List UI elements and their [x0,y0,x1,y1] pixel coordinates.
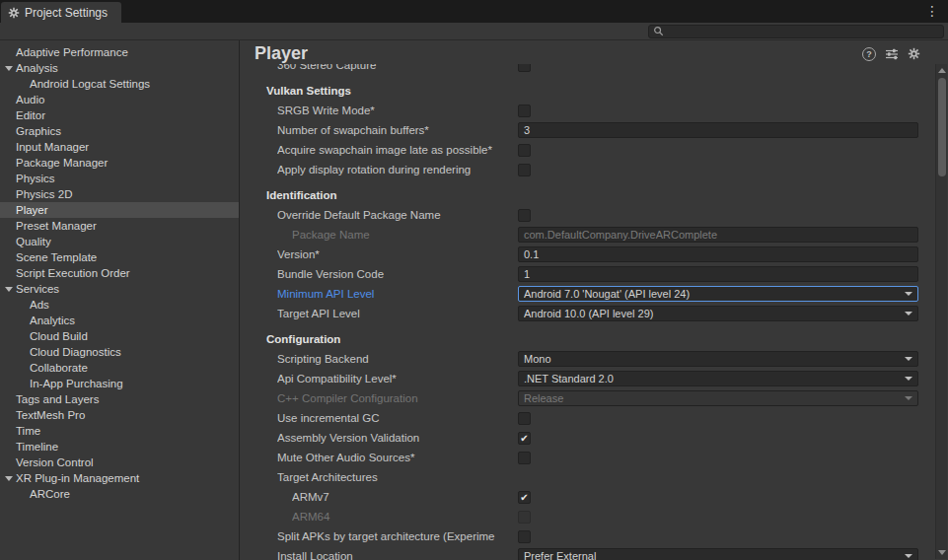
sidebar-item-in-app-purchasing[interactable]: In-App Purchasing [0,376,239,391]
sidebar-item-label: ARCore [30,488,70,500]
main-header: Player ? [240,40,948,64]
sidebar-item-physics[interactable]: Physics [0,171,239,186]
sidebar-item-collaborate[interactable]: Collaborate [0,360,239,376]
field-label-360-stereo-capture: 360 Stereo Capture [277,64,518,71]
settings-row-scripting-backend: Scripting BackendMono [240,349,948,369]
sidebar-item-label: Timeline [16,441,58,453]
search-input[interactable] [668,26,939,37]
sidebar-item-audio[interactable]: Audio [0,92,239,107]
sidebar-item-arcore[interactable]: ARCore [0,486,239,502]
field-label-number-of-swapchain-buffers: Number of swapchain buffers* [277,124,518,136]
checkbox-mute-other-audio-sources[interactable] [518,452,531,464]
textfield-version[interactable]: 0.1 [518,246,918,262]
checkbox-assembly-version-validation[interactable]: ✔ [518,432,531,445]
textfield-number-of-swapchain-buffers[interactable]: 3 [518,122,918,138]
sidebar-item-label: Ads [30,299,49,311]
sidebar-item-analytics[interactable]: Analytics [0,313,239,328]
sidebar-item-android-logcat-settings[interactable]: Android Logcat Settings [0,76,239,92]
search-box[interactable] [648,25,944,38]
sidebar-item-label: Tags and Layers [16,393,99,405]
sidebar-item-quality[interactable]: Quality [0,234,239,249]
scroll-up-arrow-icon[interactable] [938,68,946,73]
dropdown-api-compatibility-level[interactable]: .NET Standard 2.0 [518,371,918,386]
section-header-vulkan-settings: Vulkan Settings [266,85,351,97]
settings-sidebar: Adaptive PerformanceAnalysisAndroid Logc… [0,40,240,560]
presets-icon[interactable] [885,48,899,60]
header-icons: ? [862,47,920,61]
sidebar-item-analysis[interactable]: Analysis [0,60,239,76]
checkbox-use-incremental-gc[interactable] [518,412,531,425]
sidebar-item-label: Editor [16,109,45,121]
page-title: Player [255,43,862,64]
section-header-configuration: Configuration [266,333,340,345]
sidebar-item-package-manager[interactable]: Package Manager [0,155,239,171]
sidebar-item-tags-and-layers[interactable]: Tags and Layers [0,391,239,407]
sidebar-item-cloud-build[interactable]: Cloud Build [0,328,239,344]
sidebar-item-label: Quality [16,236,51,247]
sidebar-item-editor[interactable]: Editor [0,107,239,123]
settings-row-mute-other-audio-sources: Mute Other Audio Sources* [240,448,948,467]
field-label-override-default-package-name: Override Default Package Name [277,209,518,221]
dropdown-value: Mono [524,353,901,365]
foldout-expanded-icon[interactable] [5,287,13,292]
sidebar-item-adaptive-performance[interactable]: Adaptive Performance [0,44,239,60]
settings-gear-icon[interactable] [908,47,920,60]
sidebar-item-label: Time [16,425,40,437]
scrollbar-thumb[interactable] [938,78,946,176]
sidebar-item-ads[interactable]: Ads [0,297,239,313]
main-panel: Player ? [240,40,948,560]
settings-row-split-apks-by-target-architecture-experime: Split APKs by target architecture (Exper… [240,526,948,546]
dropdown-scripting-backend[interactable]: Mono [518,351,918,367]
sidebar-item-time[interactable]: Time [0,423,239,439]
field-label-target-api-level: Target API Level [277,308,518,319]
dropdown-install-location[interactable]: Prefer External [518,548,918,560]
sidebar-item-timeline[interactable]: Timeline [0,439,239,455]
settings-row-apply-display-rotation-during-rendering: Apply display rotation during rendering [240,160,948,179]
checkbox-srgb-write-mode[interactable] [518,105,531,117]
sidebar-item-input-manager[interactable]: Input Manager [0,139,239,155]
foldout-expanded-icon[interactable] [5,476,13,481]
field-label-armv7: ARMv7 [292,491,518,503]
checkbox-split-apks-by-target-architecture-experime[interactable] [518,530,531,543]
sidebar-item-preset-manager[interactable]: Preset Manager [0,218,239,234]
dropdown-minimum-api-level[interactable]: Android 7.0 'Nougat' (API level 24) [518,286,918,302]
sidebar-item-label: Services [16,283,59,295]
sidebar-item-player[interactable]: Player [0,202,239,218]
sidebar-item-textmesh-pro[interactable]: TextMesh Pro [0,407,239,423]
sidebar-item-scene-template[interactable]: Scene Template [0,249,239,265]
field-label-split-apks-by-target-architecture-experime: Split APKs by target architecture (Exper… [277,530,518,542]
sidebar-item-physics-2d[interactable]: Physics 2D [0,186,239,202]
field-label-scripting-backend: Scripting Backend [277,353,518,365]
sidebar-item-xr-plug-in-management[interactable]: XR Plug-in Management [0,470,239,486]
sidebar-item-label: Scene Template [16,251,97,263]
dropdown-arrow-icon [905,377,912,381]
sidebar-item-label: Physics 2D [16,188,73,200]
sidebar-item-graphics[interactable]: Graphics [0,123,239,139]
foldout-expanded-icon[interactable] [5,66,13,71]
sidebar-item-label: Preset Manager [16,220,97,232]
sidebar-item-cloud-diagnostics[interactable]: Cloud Diagnostics [0,344,239,360]
sidebar-item-label: Cloud Build [30,330,88,342]
checkbox-360-stereo-capture[interactable] [518,64,531,72]
settings-row-c-compiler-configuration: C++ Compiler ConfigurationRelease [240,388,948,408]
settings-row-bundle-version-code: Bundle Version Code1 [240,264,948,284]
scroll-down-arrow-icon[interactable] [938,550,946,555]
textfield-bundle-version-code[interactable]: 1 [518,266,918,282]
sidebar-list: Adaptive PerformanceAnalysisAndroid Logc… [0,44,239,502]
checkbox-override-default-package-name[interactable] [518,209,531,222]
settings-row-package-name: Package Namecom.DefaultCompany.DriveARCo… [240,225,948,245]
window-titlebar: Project Settings ⋮ [0,0,948,23]
kebab-menu-icon[interactable]: ⋮ [922,2,942,20]
vertical-scrollbar[interactable] [935,64,947,559]
checkbox-armv7[interactable]: ✔ [518,491,531,504]
tab-project-settings[interactable]: Project Settings [1,2,121,23]
sidebar-item-label: Analytics [30,315,75,326]
help-icon[interactable]: ? [862,47,876,61]
dropdown-target-api-level[interactable]: Android 10.0 (API level 29) [518,306,918,321]
field-label-apply-display-rotation-during-rendering: Apply display rotation during rendering [277,164,518,175]
checkbox-apply-display-rotation-during-rendering[interactable] [518,164,531,176]
sidebar-item-services[interactable]: Services [0,281,239,297]
checkbox-acquire-swapchain-image-late-as-possible[interactable] [518,144,531,157]
sidebar-item-script-execution-order[interactable]: Script Execution Order [0,265,239,281]
sidebar-item-version-control[interactable]: Version Control [0,455,239,470]
